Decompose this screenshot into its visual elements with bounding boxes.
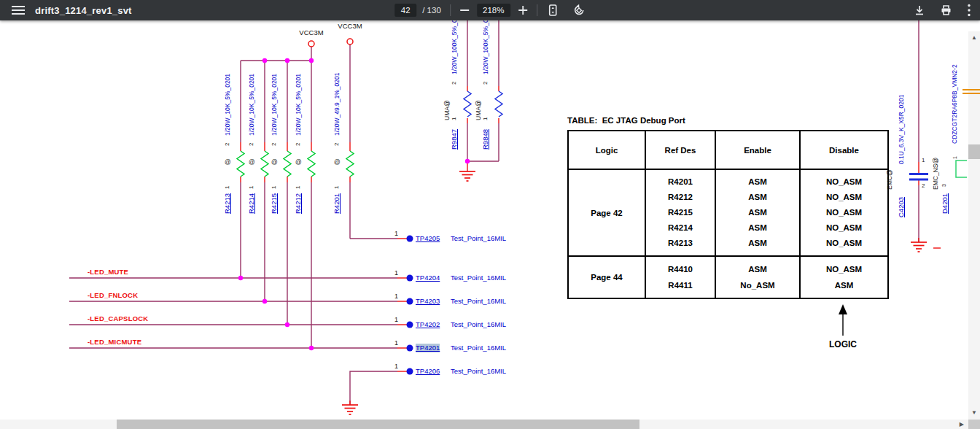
pdf-toolbar: drift3_1214_rev1_svt 42 / 130 218% [0, 0, 980, 20]
diode-pin: 3 [940, 184, 949, 187]
jtag-debug-table: Logic Ref Des Enable Disable Page 42 R42… [567, 130, 889, 299]
resistor-pin2: 2 [332, 143, 341, 146]
vertical-scrollbar-thumb[interactable] [968, 144, 980, 159]
resistor-annotation: @ [295, 158, 302, 166]
pdf-viewer-window: { "toolbar": { "title": "drift3_1214_rev… [0, 0, 980, 429]
table-cell-logic: Page 42 [569, 170, 646, 257]
capacitor-ref: C4203 [897, 197, 906, 217]
scroll-up-icon[interactable]: ▲ [968, 34, 980, 42]
scroll-down-icon[interactable]: ▼ [968, 409, 980, 417]
fit-to-page-button[interactable] [546, 4, 559, 17]
testpoint-ref: TP4206 [416, 367, 440, 376]
resistor-ref: R4201 [332, 193, 341, 214]
net-label: -LED_CAPSLOCK [88, 314, 148, 323]
testpoint-pin: 1 [389, 315, 398, 324]
resistor-annotation: UMA@ [443, 100, 451, 120]
clipped-orange-wire [962, 89, 980, 94]
net-label: -LED_MUTE [88, 268, 128, 277]
resistor-annotation: @ [271, 158, 278, 166]
resistor-pin2: 2 [223, 143, 232, 146]
resistor-pin2: 2 [270, 143, 279, 146]
resistor-ref: R4215 [270, 193, 279, 214]
resistor-ref: R4213 [223, 193, 232, 214]
testpoint-pin: 1 [389, 268, 398, 277]
resistor-value: 1/20W_100K_5%_0201 [450, 20, 459, 74]
capacitor-value: 0.1U_6.3V_K_X5R_0201 [897, 95, 906, 164]
testpoint-ref: TP4202 [416, 320, 440, 329]
table-header: Disable [801, 131, 887, 170]
logic-arrow-label: LOGIC [820, 339, 866, 349]
print-button[interactable] [940, 4, 952, 16]
resistor-pin1: 1 [270, 186, 279, 189]
rotate-button[interactable] [572, 4, 586, 17]
resistor-value: 1/20W_100K_5%_0201 [481, 20, 490, 74]
download-button[interactable] [914, 4, 925, 16]
resistor-ref: R4212 [294, 193, 303, 214]
testpoint-ref: TP4204 [416, 274, 440, 282]
resistor-symbol [464, 91, 502, 117]
diode-value: CDZCGT2RA6P8B_VMN2-2 [950, 64, 959, 144]
page-number-input[interactable]: 42 [394, 4, 416, 17]
more-options-icon[interactable] [967, 4, 971, 17]
resistor-annotation: @ [225, 158, 231, 166]
resistor-ref: R9847 [450, 129, 459, 150]
resistor-value: 1/20W_10K_5%_0201 [270, 74, 279, 136]
testpoint-type: Test_Point_16MIL [451, 320, 506, 329]
testpoint-pin: 1 [389, 339, 398, 347]
horizontal-scrollbar[interactable]: ▶ [0, 420, 968, 429]
testpoint-type: Test_Point_16MIL [451, 234, 506, 243]
resistor-ref: R9848 [481, 129, 490, 150]
power-rail-label: VCC3M [294, 28, 329, 37]
testpoint-ref: TP4205 [416, 234, 440, 243]
resistor-pin1: 1 [294, 186, 303, 189]
menu-hamburger-icon[interactable] [12, 5, 25, 15]
horizontal-scrollbar-thumb[interactable] [117, 420, 639, 429]
resistor-value: 1/20W_10K_5%_0201 [223, 74, 232, 136]
zoom-out-button[interactable] [459, 5, 470, 15]
toolbar-divider [537, 4, 537, 16]
scroll-right-icon[interactable]: ▶ [960, 421, 964, 428]
document-title: drift3_1214_rev1_svt [35, 5, 132, 16]
resistor-pin1: 1 [247, 186, 256, 189]
testpoint-type: Test_Point_16MIL [451, 274, 506, 282]
testpoint-type: Test_Point_16MIL [451, 367, 506, 376]
testpoint-pin: 1 [389, 362, 398, 371]
resistor-annotation: UMA@ [474, 100, 483, 120]
table-header: Ref Des [646, 131, 716, 170]
resistor-value: 1/20W_49.9_1%_0201 [332, 73, 341, 136]
power-rail-label: VCC3M [332, 22, 368, 31]
diode-pin: 1 [951, 156, 960, 159]
net-label: -LED_FNLOCK [88, 291, 138, 300]
net-label: -LED_MICMUTE [88, 338, 141, 347]
zoom-in-button[interactable] [518, 5, 528, 15]
table-cell-refdes: R4410R4411 [646, 257, 716, 298]
capacitor-pin2: 2 [922, 182, 925, 190]
page-count-label: / 130 [422, 6, 441, 15]
testpoint-type: Test_Point_16MIL [451, 297, 506, 306]
resistor-ref: R4214 [247, 193, 256, 214]
testpoint-ref: TP4201 [416, 344, 440, 352]
table-cell-disable: NO_ASMNO_ASM NO_ASMNO_ASM NO_ASM [801, 170, 887, 257]
resistor-annotation: @ [334, 158, 341, 166]
resistor-pin2: 2 [450, 82, 459, 85]
power-symbol [308, 39, 353, 47]
diode-ref: D4201 [941, 193, 949, 214]
resistor-pin2: 2 [247, 143, 256, 146]
scrollbar-corner [968, 420, 980, 429]
diode-symbol [956, 161, 967, 177]
resistor-value: 1/20W_10K_5%_0201 [294, 74, 303, 136]
table-cell-enable: ASMNo_ASM [716, 257, 801, 298]
testpoint-dot [407, 236, 413, 375]
resistor-pin2: 2 [481, 82, 490, 85]
table-header: Enable [716, 131, 801, 170]
testpoint-pin: 1 [389, 229, 398, 238]
resistor-pin1: 1 [332, 186, 341, 189]
table-cell-disable: NO_ASMASM [801, 257, 887, 298]
testpoint-pin: 1 [389, 292, 398, 301]
table-cell-logic: Page 44 [569, 257, 646, 298]
testpoint-ref: TP4203 [416, 297, 440, 306]
resistor-value: 1/20W_10K_5%_0201 [247, 74, 256, 136]
toolbar-divider [450, 4, 451, 16]
zoom-level-input[interactable]: 218% [477, 4, 510, 17]
pdf-page-canvas: VCC3M VCC3M 1/20W_10K_5%_0201 2 1 R4213 … [0, 20, 980, 429]
